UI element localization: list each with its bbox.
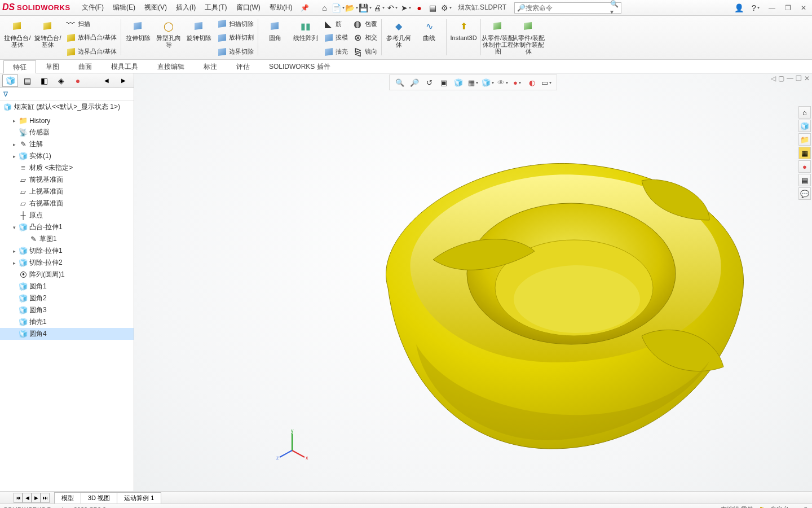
- boundary-boss-button[interactable]: 边界凸台/基体: [65, 46, 117, 58]
- status-custom[interactable]: 自定义: [770, 505, 789, 508]
- make-drawing-button[interactable]: 从零件/装配体制作工程图: [484, 18, 511, 55]
- taskpane-appearance-icon[interactable]: ●: [798, 160, 811, 173]
- tab-surface[interactable]: 曲面: [69, 60, 102, 73]
- tree-node[interactable]: ▾🧊凸台-拉伸1: [0, 221, 134, 233]
- intersect-button[interactable]: ⊗相交: [352, 32, 377, 44]
- taskpane-library-icon[interactable]: 📁: [798, 133, 811, 146]
- close-button[interactable]: ✕: [797, 4, 810, 12]
- tab-first-icon[interactable]: ⏮: [14, 493, 23, 503]
- curves-button[interactable]: ∿曲线: [416, 18, 443, 41]
- linear-pattern-button[interactable]: ▮▮线性阵列: [292, 18, 319, 41]
- tree-node[interactable]: ▸🧊实体(1): [0, 150, 134, 162]
- tree-filter-bar[interactable]: ∇: [0, 88, 134, 100]
- taskpane-resources-icon[interactable]: 🧊: [798, 120, 811, 132]
- boundary-cut-button[interactable]: 边界切除: [217, 46, 254, 58]
- menu-tools[interactable]: 工具(T): [200, 3, 231, 12]
- tab-direct-edit[interactable]: 直接编辑: [148, 60, 194, 73]
- tab-mold-tools[interactable]: 模具工具: [102, 60, 148, 73]
- rebuild-icon[interactable]: ●: [413, 2, 426, 14]
- taskpane-forum-icon[interactable]: 💬: [798, 187, 811, 200]
- orientation-triad[interactable]: x y z: [275, 428, 309, 463]
- tab-evaluate[interactable]: 评估: [227, 60, 259, 73]
- tree-node[interactable]: 🧊圆角1: [0, 281, 134, 292]
- menu-help[interactable]: 帮助(H): [265, 3, 297, 12]
- help-icon[interactable]: ?: [749, 2, 762, 14]
- tree-node[interactable]: ▱右视基准面: [0, 198, 134, 209]
- display-style-icon[interactable]: ▦: [467, 76, 479, 89]
- menu-window[interactable]: 窗口(W): [232, 3, 265, 12]
- vp-max-icon[interactable]: ❐: [796, 75, 802, 82]
- options-list-icon[interactable]: ▤: [427, 2, 439, 14]
- tab-sketch[interactable]: 草图: [36, 60, 69, 73]
- vp-next-icon[interactable]: ▢: [778, 75, 784, 82]
- zoom-area-icon[interactable]: 🔎: [408, 76, 421, 89]
- loft-cut-button[interactable]: 放样切割: [217, 32, 254, 44]
- taskpane-home-icon[interactable]: ⌂: [798, 106, 811, 119]
- home-icon[interactable]: ⌂: [319, 2, 331, 14]
- scene-icon[interactable]: 👁: [496, 76, 509, 89]
- sweep-cut-button[interactable]: 扫描切除: [217, 17, 254, 30]
- tree-node[interactable]: 🧊圆角2: [0, 292, 134, 304]
- tree-twisty-icon[interactable]: ▸: [11, 248, 17, 254]
- user-icon[interactable]: 👤: [732, 2, 745, 14]
- rib-button[interactable]: ◣筋: [323, 17, 348, 30]
- tree-twisty-icon[interactable]: ▸: [11, 118, 17, 124]
- tab-last-icon[interactable]: ⏭: [41, 493, 50, 503]
- tree-node[interactable]: ▸✎注解: [0, 138, 134, 150]
- left-tab-property-icon[interactable]: ◧: [36, 75, 52, 87]
- bottom-tab-motion[interactable]: 运动算例 1: [117, 492, 161, 503]
- tree-node[interactable]: ▸🧊切除-拉伸1: [0, 245, 134, 257]
- undo-icon[interactable]: ↶: [386, 2, 399, 14]
- zoom-fit-icon[interactable]: 🔍: [394, 76, 406, 89]
- tree-node[interactable]: ▸📁History: [0, 115, 134, 126]
- ref-geom-button[interactable]: ◆参考几何体: [385, 18, 412, 48]
- sweep-button[interactable]: 〰扫描: [65, 17, 117, 30]
- extrude-boss-button[interactable]: 拉伸凸台/基体: [4, 18, 31, 48]
- hide-show-icon[interactable]: 🧊: [482, 76, 494, 89]
- tree-twisty-icon[interactable]: ▾: [11, 225, 17, 230]
- make-assembly-button[interactable]: 从零件/装配体制作装配体: [515, 18, 542, 55]
- save-icon[interactable]: 💾: [359, 2, 372, 14]
- tab-prev-icon[interactable]: ◀: [23, 493, 32, 503]
- tree-node[interactable]: ▱前视基准面: [0, 174, 134, 186]
- status-refresh-icon[interactable]: ⟳: [804, 506, 809, 508]
- graphics-viewport[interactable]: 🔍 🔎 ↺ ▣ 🧊 ▦ 🧊 👁 ● ◐ ▭ ◁ ▢ — ❐ ✕ ⌂ 🧊 📁 ▦ …: [134, 73, 812, 491]
- tree-twisty-icon[interactable]: ▸: [11, 260, 17, 266]
- tab-addins[interactable]: SOLIDWORKS 插件: [259, 60, 340, 73]
- view-settings-icon[interactable]: ▭: [540, 76, 553, 89]
- status-flag-icon[interactable]: ⚑: [759, 506, 765, 508]
- vp-close-icon[interactable]: ✕: [804, 75, 810, 82]
- settings-gear-icon[interactable]: ⚙: [440, 2, 453, 14]
- tree-node[interactable]: ┼原点: [0, 209, 134, 221]
- mirror-button[interactable]: ⧎镜向: [352, 46, 377, 58]
- menu-edit[interactable]: 编辑(E): [108, 3, 140, 12]
- instant3d-button[interactable]: ⬆Instant3D: [450, 18, 477, 41]
- wrap-button[interactable]: ◍包覆: [352, 17, 377, 30]
- taskpane-view-icon[interactable]: ▦: [798, 147, 811, 159]
- left-tab-nav-left-icon[interactable]: ◀: [99, 75, 114, 87]
- extrude-cut-button[interactable]: 拉伸切除: [125, 18, 152, 41]
- taskpane-custom-icon[interactable]: ▤: [798, 174, 811, 186]
- bottom-tab-model[interactable]: 模型: [54, 492, 81, 503]
- bottom-tab-3dview[interactable]: 3D 视图: [81, 492, 117, 503]
- tree-twisty-icon[interactable]: ▸: [11, 154, 17, 159]
- loft-boss-button[interactable]: 放样凸台/基体: [65, 32, 117, 44]
- shell-button[interactable]: 抽壳: [323, 46, 348, 58]
- menu-file[interactable]: 文件(F): [77, 3, 108, 12]
- tree-node[interactable]: ▱上视基准面: [0, 186, 134, 198]
- search-dropdown-icon[interactable]: 🔍▾: [610, 0, 619, 16]
- fillet-button[interactable]: 圆角: [262, 18, 289, 41]
- new-icon[interactable]: 📄: [332, 2, 345, 14]
- revolve-boss-button[interactable]: 旋转凸台/基体: [34, 18, 61, 48]
- pin-icon[interactable]: 📌: [301, 4, 309, 12]
- tab-features[interactable]: 特征: [3, 60, 36, 73]
- tab-next-icon[interactable]: ▶: [32, 493, 41, 503]
- appearance-icon[interactable]: ●: [511, 76, 523, 89]
- hole-wizard-button[interactable]: ◯异型孔向导: [155, 18, 182, 48]
- select-icon[interactable]: ➤: [400, 2, 412, 14]
- draft-button[interactable]: 拔模: [323, 32, 348, 44]
- vp-prev-icon[interactable]: ◁: [771, 75, 776, 82]
- tree-node[interactable]: ▸🧊切除-拉伸2: [0, 257, 134, 269]
- tree-root[interactable]: 🧊 烟灰缸 (默认<<默认>_显示状态 1>): [0, 100, 134, 113]
- tree-node[interactable]: 🧊抽壳1: [0, 316, 134, 328]
